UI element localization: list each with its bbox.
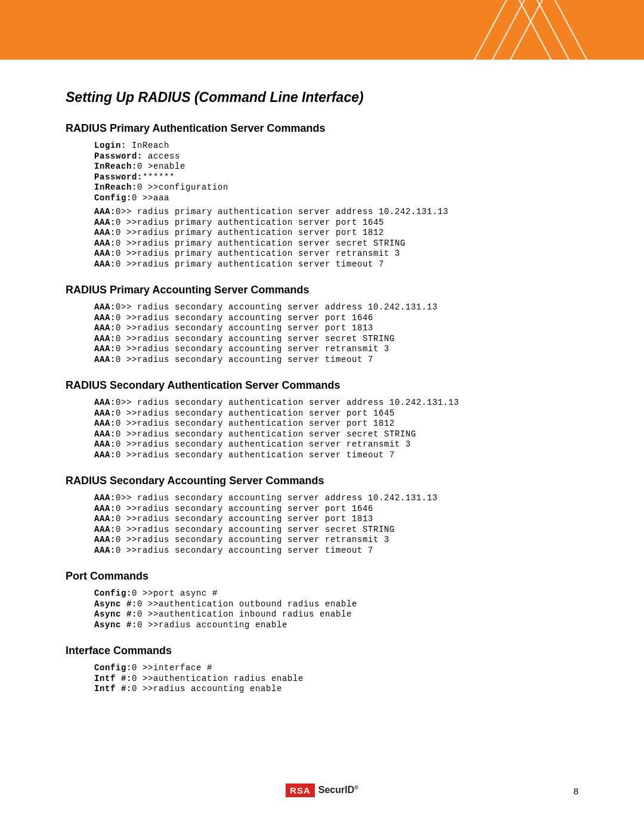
rsa-box: RSA (286, 784, 315, 797)
code-line: InReach:0 >>configuration (94, 182, 578, 193)
page-content: Setting Up RADIUS (Command Line Interfac… (0, 60, 644, 695)
code-line: Intf #:0 >>radius accounting enable (94, 684, 578, 695)
code-line: Async #:0 >>radius accounting enable (94, 620, 578, 631)
code-line: Login: InReach (94, 141, 578, 151)
code-line: AAA:0 >>radius secondary accounting serv… (94, 546, 578, 556)
code-line: AAA:0 >>radius secondary authentication … (94, 419, 578, 429)
code-line: Password: access (94, 151, 578, 162)
code-line: Async #:0 >>authentication inbound radiu… (94, 609, 578, 620)
code-line: AAA:0 >>radius secondary accounting serv… (94, 334, 578, 345)
rsa-securid-logo: RSA SecurID® (286, 784, 358, 797)
heading-port: Port Commands (66, 570, 578, 583)
heading-secondary-acct: RADIUS Secondary Accounting Server Comma… (66, 475, 578, 487)
code-line: AAA:0 >>radius secondary accounting serv… (94, 313, 578, 324)
code-line: AAA:0 >>radius primary authentication se… (94, 228, 578, 239)
code-secondary-auth: AAA:0>> radius secondary authentication … (94, 398, 578, 460)
code-line: AAA:0 >>radius secondary accounting serv… (94, 344, 578, 355)
heading-interface: Interface Commands (66, 645, 578, 657)
code-line: Async #:0 >>authentication outbound radi… (94, 599, 578, 610)
header-band (0, 0, 644, 60)
code-line: AAA:0 >>radius secondary accounting serv… (94, 323, 578, 334)
code-line: AAA:0 >>radius secondary authentication … (94, 450, 578, 461)
footer: RSA SecurID® (0, 784, 644, 797)
code-line: AAA:0 >>radius primary authentication se… (94, 239, 578, 249)
code-line: AAA:0 >>radius secondary authentication … (94, 429, 578, 440)
code-line: AAA:0 >>radius secondary accounting serv… (94, 504, 578, 515)
code-line: Config:0 >>aaa (94, 193, 578, 204)
code-line: AAA:0 >>radius secondary accounting serv… (94, 525, 578, 535)
code-line: AAA:0 >>radius secondary accounting serv… (94, 514, 578, 525)
code-primary-auth: AAA:0>> radius primary authentication se… (94, 207, 578, 270)
code-secondary-acct: AAA:0>> radius secondary accounting serv… (94, 493, 578, 556)
code-line: AAA:0>> radius secondary authentication … (94, 398, 578, 408)
code-interface: Config:0 >>interface #Intf #:0 >>authent… (94, 663, 578, 695)
code-line: Intf #:0 >>authentication radius enable (94, 674, 578, 685)
code-line: AAA:0 >>radius primary authentication se… (94, 259, 578, 270)
code-primary-acct: AAA:0>> radius secondary accounting serv… (94, 302, 578, 365)
securid-text: SecurID® (318, 785, 358, 795)
code-login: Login: InReachPassword: accessInReach:0 … (94, 141, 578, 203)
code-line: AAA:0 >>radius primary authentication se… (94, 249, 578, 259)
code-line: AAA:0 >>radius secondary authentication … (94, 408, 578, 419)
code-line: AAA:0 >>radius secondary authentication … (94, 439, 578, 450)
code-line: Config:0 >>port async # (94, 589, 578, 599)
code-line: AAA:0 >>radius secondary accounting serv… (94, 535, 578, 546)
page-number: 8 (574, 786, 578, 796)
code-line: AAA:0>> radius primary authentication se… (94, 207, 578, 218)
code-line: AAA:0>> radius secondary accounting serv… (94, 302, 578, 313)
code-line: InReach:0 >enable (94, 162, 578, 172)
page-title: Setting Up RADIUS (Command Line Interfac… (66, 89, 578, 106)
heading-primary-acct: RADIUS Primary Accounting Server Command… (66, 284, 578, 296)
code-line: AAA:0 >>radius secondary accounting serv… (94, 355, 578, 366)
code-line: Password:****** (94, 172, 578, 183)
code-line: AAA:0>> radius secondary accounting serv… (94, 493, 578, 504)
heading-primary-auth: RADIUS Primary Authentication Server Com… (66, 122, 578, 135)
code-line: AAA:0 >>radius primary authentication se… (94, 218, 578, 228)
code-port: Config:0 >>port async #Async #:0 >>authe… (94, 589, 578, 630)
header-decorative-lines (441, 0, 620, 78)
heading-secondary-auth: RADIUS Secondary Authentication Server C… (66, 379, 578, 392)
code-line: Config:0 >>interface # (94, 663, 578, 674)
